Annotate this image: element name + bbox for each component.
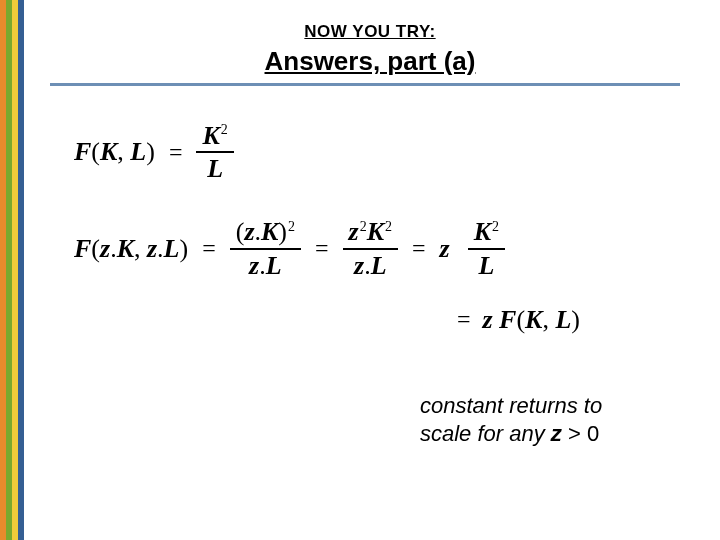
equation-row-2: F(z.K, z.L) = (z.K)2 z.L = z2K2 z.L = z … [74,216,700,280]
conclusion-text: constant returns to scale for any z > 0 [420,392,700,447]
equals-sign: = [412,235,426,262]
equation-row-1: F(K, L) = K2 L [74,120,700,184]
title-underline-bar [50,83,680,86]
equals-sign: = [169,139,183,166]
caption-z: z [551,421,562,446]
slide-title: Answers, part (a) [40,46,700,77]
caption-line1: constant returns to [420,393,602,418]
math-body: F(K, L) = K2 L F(z.K, z.L) = (z.K)2 z.L … [74,120,700,335]
equals-sign: = [315,235,329,262]
equation-row-3: = z F(K, L) [74,305,700,335]
fraction-zK2-over-zL: (z.K)2 z.L [230,216,301,280]
lhs-FKL: F(K, L) [74,137,155,167]
fraction-K2-over-L-final: K2 L [468,216,505,280]
equals-sign: = [457,306,471,333]
fraction-z2K2-over-zL: z2K2 z.L [343,216,398,280]
lhs-FzKzL: F(z.K, z.L) [74,234,188,264]
equals-sign: = [202,235,216,262]
eyebrow-text: NOW YOU TRY: [40,22,700,42]
fraction-K2-over-L: K2 L [196,120,233,184]
accent-stripe-blue [18,0,24,540]
coef-z: z [440,234,450,264]
slide-content: NOW YOU TRY: Answers, part (a) F(K, L) =… [40,0,700,540]
caption-line2-prefix: scale for any [420,421,551,446]
slide-header: NOW YOU TRY: Answers, part (a) [40,0,700,86]
caption-gt0: > 0 [562,421,599,446]
rhs-zFKL: z F(K, L) [482,305,580,335]
